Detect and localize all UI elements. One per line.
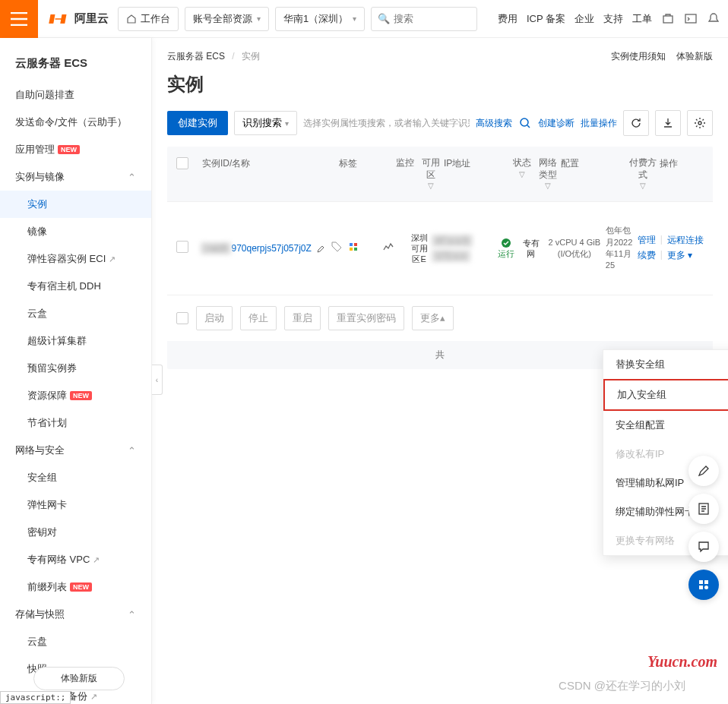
remote-link[interactable]: 远程连接 bbox=[667, 234, 704, 247]
float-docs-button[interactable] bbox=[688, 494, 719, 524]
sidebar-item-eci[interactable]: 弹性容器实例 ECI↗ bbox=[0, 245, 151, 273]
th-zone[interactable]: 可用区▽ bbox=[418, 157, 444, 191]
sidebar-item-secgroup[interactable]: 安全组 bbox=[0, 464, 151, 491]
sidebar-item-disk[interactable]: 云盘 bbox=[0, 628, 151, 655]
mi-replace-secgroup[interactable]: 替换安全组 bbox=[603, 350, 728, 379]
mi-secgroup-config[interactable]: 安全组配置 bbox=[603, 411, 728, 440]
select-all-bottom-checkbox[interactable] bbox=[176, 312, 188, 324]
sidebar-item-prefixlist[interactable]: 前缀列表NEW bbox=[0, 573, 151, 601]
header-links: 费用 ICP 备案 企业 支持 工单 bbox=[498, 12, 720, 26]
start-button[interactable]: 启动 bbox=[196, 306, 233, 330]
hdr-link-ticket[interactable]: 工单 bbox=[632, 12, 652, 26]
sidebar-group-network-security[interactable]: 网络与安全⌃ bbox=[0, 437, 151, 464]
sidebar-item-ddh[interactable]: 专有宿主机 DDH bbox=[0, 273, 151, 300]
refresh-button[interactable] bbox=[623, 110, 649, 136]
puzzle-icon[interactable] bbox=[348, 242, 359, 252]
th-config[interactable]: 配置 bbox=[561, 157, 626, 170]
hdr-link-ent[interactable]: 企业 bbox=[574, 12, 594, 26]
sidebar-group-instance-image[interactable]: 实例与镜像⌃ bbox=[0, 163, 151, 191]
search-icon: 🔍 bbox=[378, 13, 390, 24]
sidebar-item-cloudbox[interactable]: 云盒 bbox=[0, 300, 151, 327]
instance-usage-notice-link[interactable]: 实例使用须知 bbox=[611, 50, 666, 63]
row-checkbox[interactable] bbox=[176, 241, 188, 253]
th-ip[interactable]: IP地址 bbox=[444, 157, 509, 170]
batch-ops-link[interactable]: 批量操作 bbox=[581, 117, 617, 130]
logo[interactable]: 阿里云 bbox=[47, 11, 109, 27]
svg-rect-5 bbox=[354, 243, 357, 246]
create-instance-button[interactable]: 创建实例 bbox=[167, 111, 228, 135]
table-row: i-wz9970qerpjs57j057j0Z 深圳可用区E 47.x.x.51… bbox=[167, 201, 713, 295]
sidebar-item-selfhelp[interactable]: 自助问题排查 bbox=[0, 81, 151, 109]
region-dropdown[interactable]: 华南1（深圳）▾ bbox=[275, 7, 365, 31]
restart-button[interactable]: 重启 bbox=[284, 306, 321, 330]
svg-rect-10 bbox=[699, 580, 703, 584]
sidebar-item-sendcmd[interactable]: 发送命令/文件（云助手） bbox=[0, 109, 151, 136]
row-more-dropdown[interactable]: 更多 ▾ bbox=[667, 249, 692, 262]
recognize-search-button[interactable]: 识别搜索▾ bbox=[234, 111, 297, 135]
manage-link[interactable]: 管理 bbox=[638, 234, 656, 247]
th-net[interactable]: 网络类型▽ bbox=[535, 157, 561, 191]
global-search[interactable]: 🔍 bbox=[371, 7, 477, 31]
search-icon[interactable] bbox=[518, 116, 532, 130]
sidebar-item-image[interactable]: 镜像 bbox=[0, 218, 151, 245]
float-chat-button[interactable] bbox=[688, 532, 719, 562]
search-hint: 选择实例属性项搜索，或者输入关键字识别搜索 bbox=[303, 117, 470, 130]
sidebar-item-savings[interactable]: 节省计划 bbox=[0, 409, 151, 437]
sidebar-item-keypair[interactable]: 密钥对 bbox=[0, 519, 151, 546]
hdr-link-support[interactable]: 支持 bbox=[603, 12, 623, 26]
filter-icon[interactable]: ▽ bbox=[519, 169, 525, 179]
stop-button[interactable]: 停止 bbox=[240, 306, 277, 330]
th-id[interactable]: 实例ID/名称 bbox=[202, 157, 339, 170]
hdr-link-fee[interactable]: 费用 bbox=[498, 12, 518, 26]
svg-point-2 bbox=[521, 118, 528, 126]
new-version-float-button[interactable]: 体验新版 bbox=[33, 667, 125, 690]
sidebar-collapse-handle[interactable]: ‹ bbox=[152, 365, 163, 395]
float-apps-button[interactable] bbox=[688, 570, 719, 600]
more-button[interactable]: 更多▴ bbox=[412, 306, 454, 330]
settings-button[interactable] bbox=[687, 110, 713, 136]
sidebar-item-appmgmt[interactable]: 应用管理NEW bbox=[0, 136, 151, 163]
filter-icon[interactable]: ▽ bbox=[428, 181, 434, 191]
hamburger-menu-button[interactable] bbox=[0, 0, 38, 38]
filter-icon[interactable]: ▽ bbox=[640, 181, 646, 191]
external-icon: ↗ bbox=[109, 254, 116, 264]
renew-link[interactable]: 续费 bbox=[638, 249, 656, 262]
chevron-down-icon: ▾ bbox=[257, 14, 261, 23]
select-all-checkbox[interactable] bbox=[176, 157, 188, 169]
cell-id[interactable]: i-wz9970qerpjs57j057j0Z bbox=[201, 242, 331, 254]
sidebar-item-scc[interactable]: 超级计算集群 bbox=[0, 327, 151, 355]
sidebar-item-eni[interactable]: 弹性网卡 bbox=[0, 491, 151, 519]
edit-icon[interactable] bbox=[316, 245, 325, 254]
create-diagnosis-link[interactable]: 创建诊断 bbox=[538, 117, 574, 130]
terminal-icon[interactable] bbox=[684, 12, 698, 26]
float-edit-button[interactable] bbox=[688, 456, 719, 486]
sidebar-item-vpc[interactable]: 专有网络 VPC↗ bbox=[0, 546, 151, 573]
mi-join-secgroup[interactable]: 加入安全组 bbox=[603, 379, 728, 411]
reset-password-button[interactable]: 重置实例密码 bbox=[328, 306, 404, 330]
cell-monitor[interactable] bbox=[382, 241, 407, 255]
sidebar-group-storage-snapshot[interactable]: 存储与快照⌃ bbox=[0, 601, 151, 628]
filter-icon[interactable]: ▽ bbox=[545, 181, 551, 191]
th-tag[interactable]: 标签 bbox=[339, 157, 392, 170]
breadcrumb-root[interactable]: 云服务器 ECS bbox=[167, 51, 225, 62]
bell-icon[interactable] bbox=[707, 12, 720, 26]
sidebar-item-instance[interactable]: 实例 bbox=[0, 191, 151, 218]
workspace-button[interactable]: 工作台 bbox=[118, 7, 179, 31]
search-input[interactable] bbox=[394, 13, 470, 24]
tag-icon[interactable] bbox=[331, 242, 342, 252]
cell-pay: 包年包月2022年11月25 bbox=[606, 225, 638, 272]
sidebar-item-resource-assure[interactable]: 资源保障NEW bbox=[0, 382, 151, 409]
svg-rect-12 bbox=[699, 586, 703, 589]
download-button[interactable] bbox=[655, 110, 681, 136]
account-scope-dropdown[interactable]: 账号全部资源▾ bbox=[185, 7, 269, 31]
cart-icon[interactable] bbox=[661, 12, 675, 26]
th-status[interactable]: 状态▽ bbox=[509, 157, 535, 179]
sidebar-item-reserved[interactable]: 预留实例券 bbox=[0, 355, 151, 382]
try-new-version-link[interactable]: 体验新版 bbox=[676, 50, 713, 63]
advanced-search-link[interactable]: 高级搜索 bbox=[476, 117, 512, 130]
th-pay[interactable]: 付费方式▽ bbox=[626, 157, 660, 191]
hdr-link-icp[interactable]: ICP 备案 bbox=[527, 12, 565, 26]
cell-tag[interactable] bbox=[331, 242, 382, 254]
cell-status: 运行 bbox=[494, 238, 518, 259]
th-monitor[interactable]: 监控 bbox=[392, 157, 418, 169]
